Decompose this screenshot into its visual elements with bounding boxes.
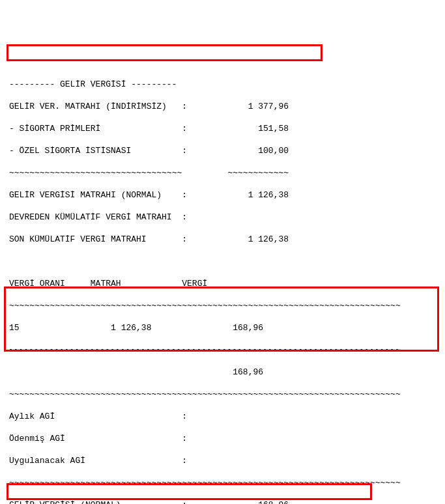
section-gelir-vergisi: --------- GELİR VERGİSİ ---------: [9, 79, 441, 90]
row-son-kumulatif: SON KÜMÜLATİF VERGİ MATRAHI : 1 126,38: [9, 234, 441, 245]
row-devreden-kumulatif: DEVREDEN KÜMÜLATİF VERGİ MATRAHI :: [9, 212, 441, 223]
row-gelir-vergisi-normal: GELİR VERGİSİ (NORMAL) : 168,96: [9, 499, 441, 504]
row-aylik-agi: Aylık AGİ :: [9, 411, 441, 422]
blank-1: [9, 256, 441, 267]
sep: ~~~~~~~~~~~~~~~~~~~~~~~~~~~~~~~~~~~~~~~~…: [9, 389, 441, 400]
row-gvm-normal: GELİR VERGİSİ MATRAHI (NORMAL) : 1 126,3…: [9, 189, 441, 201]
row-gvm-indirimsiz: GELİR VER. MATRAHI (İNDİRİMSİZ) : 1 377,…: [9, 101, 441, 112]
row-uygulanacak-agi: Uygulanacak AGİ :: [9, 455, 441, 466]
row-oran-15: 15 1 126,38 168,96: [9, 322, 441, 333]
sep: ~~~~~~~~~~~~~~~~~~~~~~~~~~~~~~~~~~~~~~~~…: [9, 300, 441, 311]
row-odenmis-agi: Ödenmiş AGİ :: [9, 433, 441, 444]
sep: ~~~~~~~~~~~~~~~~~~~~~~~~~~~~~~~~~~ ~~~~~…: [9, 167, 441, 178]
row-ozel-sigorta-istisnasi: - ÖZEL SİGORTA İSTİSNASI : 100,00: [9, 145, 441, 156]
highlight-ozel-sigorta: [7, 44, 323, 61]
row-vergi-total: 168,96: [9, 367, 441, 378]
sep: ~~~~~~~~~~~~~~~~~~~~~~~~~~~~~~~~~~~~~~~~…: [9, 477, 441, 488]
row-sigorta-primleri-minus: - SİGORTA PRİMLERİ : 151,58: [9, 123, 441, 134]
highlight-kesintiler: [4, 287, 439, 352]
payroll-report: --------- GELİR VERGİSİ --------- GELİR …: [0, 0, 445, 504]
sep: ~~~~~~~~~~~~~~~~~~~~~~~~~~~~~~~~~~~~~~~~…: [9, 344, 441, 356]
header-vergi-orani: VERGİ ORANI MATRAH VERGİ: [9, 278, 441, 289]
